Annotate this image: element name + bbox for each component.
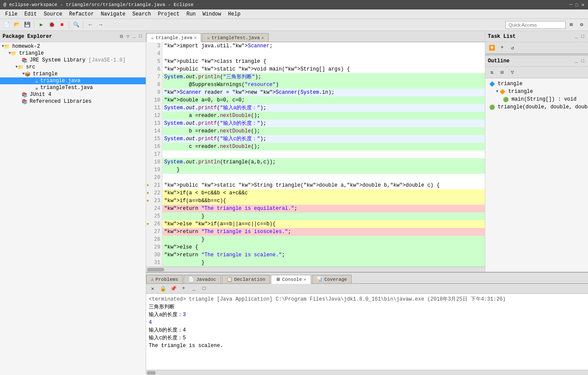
bottom-tab-declaration[interactable]: 📋 Declaration (222, 275, 270, 283)
code-line-17[interactable] (162, 151, 485, 158)
code-line-16[interactable]: c =reader.nextDouble(); (162, 143, 485, 151)
code-line-13[interactable]: System.out.printf("输入b的长度："); (162, 120, 485, 127)
editor-tab-trianglejava[interactable]: ☕ triangle.java ✕ (146, 33, 201, 42)
tl-refresh-icon[interactable]: ↺ (508, 43, 517, 52)
next-button[interactable]: → (96, 20, 105, 30)
tl-maximize-icon[interactable]: □ (580, 34, 585, 40)
close-button[interactable]: ✕ (581, 1, 585, 8)
menu-navigate[interactable]: Navigate (97, 10, 129, 18)
code-line-31[interactable]: } (162, 259, 485, 267)
tree-item-jre[interactable]: 📚JRE System Library [JavaSE-1.8] (0, 57, 146, 64)
minimize-button[interactable]: — (570, 1, 573, 8)
code-line-18[interactable]: System.out.println(triangle(a,b,c)); (162, 158, 485, 166)
tree-item-junit4[interactable]: 📚JUnit 4 (0, 91, 146, 98)
perspectives-button[interactable]: ⊞ (567, 20, 576, 30)
outline-item-0[interactable]: 🔷triangle (487, 80, 586, 88)
menu-help[interactable]: Help (225, 10, 244, 18)
code-line-29[interactable]: "kw">else { (162, 243, 485, 251)
tree-item-triangle-pkg[interactable]: ▼ 📦triangle (0, 71, 146, 77)
code-line-28[interactable]: } (162, 236, 485, 243)
scrollbar-thumb[interactable] (147, 268, 164, 271)
tree-item-homewok[interactable]: ▼ 📁homewok-2 (0, 43, 146, 50)
menu-run[interactable]: Run (183, 10, 199, 18)
prev-button[interactable]: ← (86, 20, 95, 30)
outline-item-1[interactable]: ▼ 🔶triangle (487, 88, 586, 95)
tab-close-btn[interactable]: ✕ (194, 35, 196, 40)
open-button[interactable]: 📂 (12, 20, 21, 30)
tl-add-icon[interactable]: + (497, 43, 507, 52)
code-line-14[interactable]: b =reader.nextDouble(); (162, 127, 485, 135)
console-scrollbar-h[interactable] (146, 370, 588, 375)
code-line-19[interactable]: } (162, 166, 485, 174)
menu-search[interactable]: Search (129, 10, 154, 18)
menu-window[interactable]: Window (199, 10, 224, 18)
tree-item-ref-lib[interactable]: 📚Referenced Libraries (0, 98, 146, 105)
search-button[interactable]: 🔍 (71, 20, 81, 30)
collapse-all-icon[interactable]: ⊟ (119, 33, 125, 40)
maximize-button[interactable]: ☐ (575, 1, 579, 8)
tab-close-btn[interactable]: ✕ (261, 35, 264, 40)
editor-scrollbar-h[interactable] (146, 267, 485, 272)
code-line-10[interactable]: "kw">double a=0, b=0, c=0; (162, 96, 485, 104)
code-line-27[interactable]: "kw">return "The triangle is isosceles."… (162, 228, 485, 236)
maximize-panel-icon[interactable]: □ (138, 33, 143, 40)
code-line-24[interactable]: "kw">return "The triangle is equilateral… (162, 205, 485, 212)
code-line-9[interactable]: "kw">Scanner reader = "kw">new "kw">Scan… (162, 89, 485, 96)
code-line-25[interactable]: } (162, 212, 485, 220)
tree-item-triangleTest-java[interactable]: ☕triangleTest.java (0, 84, 146, 91)
console-minimize-icon[interactable]: _ (189, 284, 199, 293)
outline-maximize-icon[interactable]: □ (580, 58, 585, 64)
bottom-tab-problems[interactable]: ⚠ Problems (146, 275, 183, 283)
code-line-26[interactable]: "kw">else "kw">if(a==b||a==c||c==b){ (162, 220, 485, 228)
code-line-3[interactable]: "kw">import java.util."kw">Scanner; (162, 42, 485, 50)
outline-arrow-1[interactable]: ▼ (496, 89, 498, 94)
tl-filter-icon[interactable]: 🔽 (487, 43, 496, 52)
editor-tab-triangleTestjava[interactable]: ☕ triangleTest.java ✕ (202, 33, 269, 42)
minimize-panel-icon[interactable]: _ (132, 33, 137, 40)
outline-collapse-icon[interactable]: ⊟ (497, 68, 507, 77)
code-line-11[interactable]: System.out.printf("输入a的长度："); (162, 104, 485, 112)
outline-minimize-icon[interactable]: _ (574, 58, 579, 64)
bottom-tab-javadoc[interactable]: 📄 Javadoc (184, 275, 220, 283)
tl-minimize-icon[interactable]: _ (574, 34, 579, 40)
code-line-12[interactable]: a =reader.nextDouble(); (162, 112, 485, 120)
code-line-8[interactable]: @SuppressWarnings("resource") (162, 81, 485, 89)
code-line-6[interactable]: "kw">public "kw">static "kw">void main("… (162, 65, 485, 73)
outline-item-2[interactable]: 🟢main(String[]) : void (487, 95, 586, 103)
code-line-22[interactable]: "kw">if(a < b+c&&b < a+c&&c (162, 189, 485, 197)
editor-area[interactable]: 34567891011121314151617181920◆21◆22◆2324… (146, 42, 485, 267)
code-line-20[interactable] (162, 174, 485, 181)
menu-source[interactable]: Source (40, 10, 66, 18)
btab-close[interactable]: ✕ (304, 277, 306, 282)
code-line-30[interactable]: "kw">return "The triangle is scalene."; (162, 251, 485, 259)
code-content[interactable]: "kw">import java.util."kw">Scanner; "kw"… (162, 42, 485, 267)
outline-item-3[interactable]: 🟢triangle(double, double, double (487, 103, 586, 111)
bottom-tab-coverage[interactable]: 📊 Coverage (312, 275, 352, 283)
code-line-5[interactable]: "kw">public "kw">class triangle { (162, 58, 485, 65)
menu-file[interactable]: File (2, 10, 21, 18)
tree-item-triangle-java[interactable]: ☕triangle.java (0, 77, 146, 84)
console-scroll-lock-icon[interactable]: 🔒 (158, 284, 168, 293)
tree-item-src[interactable]: ▼ 📁src (0, 64, 146, 71)
quick-access-input[interactable] (505, 21, 566, 29)
save-button[interactable]: 💾 (22, 20, 32, 30)
console-pin-icon[interactable]: 📌 (168, 284, 178, 293)
code-line-15[interactable]: System.out.printf("输入c的长度："); (162, 135, 485, 143)
console-scrollbar-thumb[interactable] (147, 371, 156, 375)
tree-item-triangle-root[interactable]: ▼ 📁triangle (0, 50, 146, 57)
view-menu-button[interactable]: ⚙ (577, 20, 586, 30)
code-line-4[interactable] (162, 50, 485, 58)
menu-refactor[interactable]: Refactor (66, 10, 98, 18)
code-line-23[interactable]: "kw">if(a==b&&b==c){ (162, 197, 485, 205)
code-line-21[interactable]: "kw">public "kw">static "kw">String tria… (162, 181, 485, 189)
console-maximize-icon[interactable]: □ (199, 284, 209, 293)
run-button[interactable]: ▶ (37, 20, 46, 30)
code-line-7[interactable]: System.out.println("三角形判断"); (162, 73, 485, 81)
menu-project[interactable]: Project (154, 10, 183, 18)
new-button[interactable]: 📄 (2, 20, 11, 30)
console-new-icon[interactable]: + (179, 284, 188, 293)
bottom-tab-console[interactable]: 🖥 Console ✕ (271, 275, 311, 284)
debug-button[interactable]: 🐞 (47, 20, 56, 30)
console-clear-icon[interactable]: ✕ (148, 284, 157, 293)
panel-menu-icon[interactable]: ▽ (125, 33, 131, 40)
